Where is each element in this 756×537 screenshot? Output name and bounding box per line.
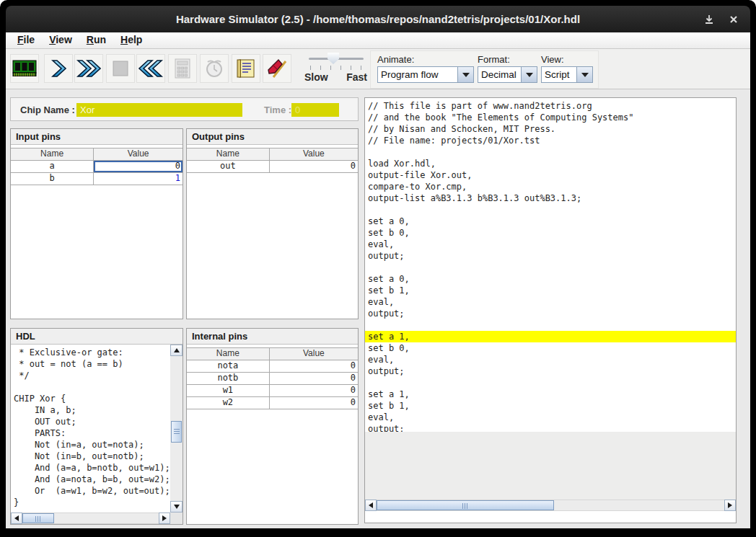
chevron-down-icon — [462, 73, 470, 77]
main-content: Chip Name : Xor Time : 0 Input pins Name… — [6, 89, 750, 528]
code-line: * out = not (a == b) — [14, 358, 170, 370]
pin-value-cell[interactable]: 0 — [269, 161, 358, 172]
code-line: } — [14, 497, 170, 508]
code-line: eval, — [368, 239, 736, 250]
time-label: Time : — [264, 105, 291, 115]
close-button[interactable] — [726, 12, 742, 27]
pin-value-cell[interactable]: 0 — [269, 360, 358, 372]
pin-row: w20 — [187, 397, 358, 409]
chip-name-field[interactable]: Xor — [76, 103, 242, 117]
code-line: eval, — [368, 354, 736, 365]
scroll-down-button[interactable] — [170, 501, 183, 512]
pin-value-cell[interactable]: 0 — [269, 397, 358, 409]
pin-value-cell[interactable]: 1 — [93, 173, 183, 185]
format-value: Decimal — [478, 67, 521, 82]
code-line — [368, 262, 736, 273]
hdl-title: HDL — [11, 329, 183, 345]
view-group: View: Script — [541, 54, 593, 83]
scroll-up-button[interactable] — [170, 345, 183, 356]
hdl-body: * Exclusive-or gate: * out = not (a == b… — [11, 345, 183, 524]
scroll-thumb[interactable] — [377, 500, 554, 510]
view-select[interactable]: Script — [541, 66, 593, 83]
output-pins-panel: Output pins Name Value out0 — [186, 128, 359, 319]
code-line: And (a=nota, b=b, out=w2); — [14, 474, 170, 485]
load-script-button[interactable] — [232, 54, 260, 83]
single-step-button[interactable] — [44, 54, 73, 83]
code-line: PARTS: — [14, 427, 170, 439]
menu-run[interactable]: Run — [81, 34, 115, 47]
code-line: set a 0, — [368, 216, 736, 227]
run-button[interactable] — [74, 54, 103, 83]
format-select[interactable]: Decimal — [478, 66, 537, 83]
view-dropdown-button[interactable] — [576, 67, 592, 82]
script-filler — [365, 432, 736, 500]
slider-ticks — [310, 66, 363, 70]
name-column-header: Name — [11, 148, 93, 160]
name-column-header: Name — [187, 348, 269, 360]
scroll-thumb[interactable] — [171, 421, 182, 443]
pin-value-cell[interactable]: 0 — [269, 373, 358, 384]
pin-value-cell[interactable]: 0 — [93, 161, 183, 172]
clock-button[interactable] — [200, 54, 229, 83]
scroll-left-button[interactable] — [365, 500, 377, 511]
load-chip-button[interactable] — [10, 54, 39, 83]
code-line: set a 0, — [368, 273, 736, 285]
scroll-right-button[interactable] — [159, 512, 170, 524]
scroll-left-button[interactable] — [11, 512, 22, 524]
code-line: */ — [14, 370, 170, 381]
pin-name: notb — [187, 373, 269, 384]
output-pins-table: Name Value out0 — [187, 148, 358, 173]
pin-name: out — [187, 161, 269, 172]
code-line: set b 1, — [368, 285, 736, 296]
clear-button[interactable] — [263, 54, 291, 83]
fast-forward-icon — [76, 58, 102, 79]
code-line: And (a=a, b=notb, out=w1); — [14, 462, 170, 474]
table-header: Name Value — [11, 148, 183, 161]
toolbar: Slow Fast Animate: Program flow Format: … — [6, 49, 750, 89]
code-line: output; — [368, 250, 736, 262]
code-line: output; — [368, 365, 736, 377]
menu-view[interactable]: View — [43, 34, 81, 47]
scroll-track[interactable] — [22, 512, 159, 524]
input-pins-panel: Input pins Name Value a0b1 — [10, 128, 183, 319]
value-column-header: Value — [269, 348, 358, 360]
menu-file[interactable]: File — [12, 34, 43, 47]
format-dropdown-button[interactable] — [521, 67, 537, 82]
scroll-track[interactable] — [377, 500, 724, 511]
slider-thumb[interactable] — [328, 53, 339, 64]
scroll-right-button[interactable] — [724, 500, 736, 511]
pin-value-cell[interactable]: 0 — [269, 385, 358, 396]
calculator-button[interactable] — [168, 54, 197, 83]
scroll-thumb[interactable] — [22, 513, 54, 523]
minimize-button[interactable] — [701, 12, 717, 27]
code-line: eval, — [368, 412, 736, 423]
code-line: set a 1, — [365, 331, 736, 342]
code-line: set a 1, — [368, 389, 736, 400]
pin-row: a0 — [11, 161, 183, 173]
view-label: View: — [541, 54, 593, 65]
code-line: load Xor.hdl, — [368, 158, 736, 169]
stop-icon — [112, 60, 129, 77]
code-line: IN a, b; — [14, 404, 170, 416]
code-line: Not (in=b, out=notb); — [14, 451, 170, 462]
stop-button[interactable] — [106, 54, 135, 83]
code-line: Not (in=a, out=nota); — [14, 439, 170, 451]
animate-select[interactable]: Program flow — [377, 66, 474, 83]
scroll-track[interactable] — [170, 356, 183, 501]
pin-name: w2 — [187, 397, 269, 409]
chevron-down-icon — [526, 73, 533, 77]
animate-dropdown-button[interactable] — [457, 67, 473, 82]
code-line: Or (a=w1, b=w2, out=out); — [14, 485, 170, 497]
code-line: set b 0, — [368, 342, 736, 354]
code-line: eval, — [368, 296, 736, 308]
internal-pins-table: Name Value nota0notb0w10w20 — [187, 347, 358, 409]
app-window: Hardware Simulator (2.5) - /home/thomas/… — [0, 0, 756, 537]
script-body: // This file is part of www.nand2tetris.… — [365, 98, 736, 511]
title-bar[interactable]: Hardware Simulator (2.5) - /home/thomas/… — [6, 6, 750, 32]
menu-help[interactable]: Help — [115, 34, 151, 47]
code-line: // and the book "The Elements of Computi… — [368, 112, 736, 123]
speed-slider: Slow Fast — [303, 50, 369, 86]
script-scroll-icon — [235, 58, 257, 79]
pin-name: b — [11, 173, 93, 185]
reset-button[interactable] — [136, 54, 165, 83]
